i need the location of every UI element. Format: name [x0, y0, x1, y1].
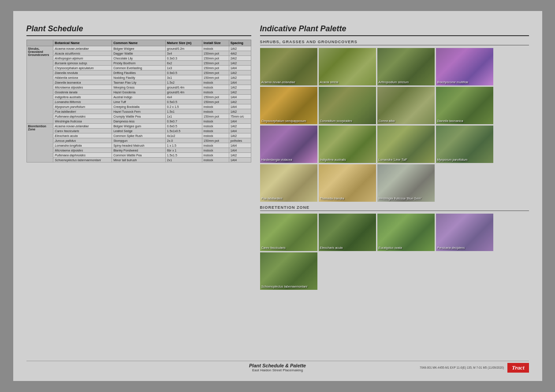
common-name: Minor tall bulrush — [112, 158, 166, 163]
plant-botanical-label: Chrysocephalum semipapposum — [261, 119, 306, 123]
plant-grid: Carex fascicularisEleocharis acutaEucaly… — [260, 214, 529, 290]
zone-section: BIORETENTION ZONECarex fascicularisEleoc… — [260, 205, 529, 290]
common-name: Common Spike Rush — [112, 133, 166, 138]
col-spacing: Spacing — [229, 40, 251, 46]
botanical-name: Juncus pallidus — [53, 138, 112, 143]
spacing: 1At2 — [229, 109, 251, 114]
spacing: 4At2 — [229, 51, 251, 56]
botanical-name: Poa labillardieri — [53, 109, 112, 114]
botanical-name: Dianella revoluta — [53, 70, 112, 75]
botanical-name: Chrysocephalum apiculatum — [53, 66, 112, 70]
common-name: Spiny-headed Matrush — [112, 143, 166, 148]
install-size: 150mm pot — [202, 138, 229, 143]
common-name: Hazel Tussock Fern — [112, 109, 166, 114]
plant-botanical-label: Lomandra 'Lime Tuff' — [379, 158, 407, 162]
zone-section: SHRUBS, GRASSES AND GROUNDCOVERSAcaena n… — [260, 40, 529, 202]
col-common: Common Name — [112, 40, 166, 46]
plant-card: Persicaria decipiens — [436, 214, 493, 251]
common-name: Bidgee Widgee — [112, 46, 166, 51]
common-name: Creeping Boobialla — [112, 104, 166, 109]
common-name: Blanky Pondweed — [112, 148, 166, 153]
plant-card: Brachyscome multifida — [436, 48, 493, 85]
install-size: instock — [202, 124, 229, 129]
footer-main-title: Plant Schedule & Palette — [249, 363, 306, 368]
plant-card: Indigofera australis — [319, 126, 376, 163]
plant-image: Poa labillardieri — [260, 164, 317, 202]
plant-card: Eleocharis acuta — [319, 214, 376, 251]
botanical-name: Pultenaea daphnoides — [53, 114, 112, 119]
plant-card: Correa alba — [377, 87, 435, 124]
spacing: 1At2 — [229, 90, 251, 95]
table-row: Microlaena stipoidesWeeping Grassground/… — [26, 85, 251, 90]
mature-size: 1x3 — [165, 66, 202, 70]
plant-image: Carex fascicularis — [260, 214, 317, 251]
plant-card: Chrysocephalum semipapposum — [260, 87, 317, 124]
spacing: 1At2 — [229, 75, 251, 80]
footer-center: Plant Schedule & Palette East Haidon Str… — [249, 363, 306, 372]
plant-card: Themeda triandra — [319, 164, 376, 202]
botanical-name: Acacia siculiformis — [53, 51, 112, 56]
botanical-name: Microlaena stipoides — [53, 85, 112, 90]
install-size: 150mm pot — [202, 56, 229, 61]
plant-botanical-label: Poa labillardieri — [261, 197, 283, 200]
table-row: Goodenia lanataHazel Goodeniaground/0.4m… — [26, 90, 251, 95]
mature-size: 0.6x0.5 — [165, 124, 202, 129]
botanical-name: Microlaena stipoides — [53, 148, 112, 153]
plant-card: Schoenoplectus tabernaemontani — [260, 252, 317, 290]
spacing: 1At2 — [229, 46, 251, 51]
plant-card: Arthropodium strictum — [377, 48, 435, 85]
col-category — [26, 40, 53, 46]
plant-botanical-label: Arthropodium strictum — [379, 81, 409, 84]
botanical-name: Pultenaea daphnoides — [53, 153, 112, 158]
botanical-name: Myoporum parvifolium — [53, 104, 112, 109]
mature-size: 6br x 1 — [165, 148, 202, 153]
mature-size: 3x4 — [165, 51, 202, 56]
plant-botanical-label: Hardenbergia violacea — [261, 158, 292, 162]
plant-card: Westringia fruticosa 'Blue Gem' — [377, 164, 435, 202]
mature-size: 1.5x1x0.5 — [165, 129, 202, 133]
mature-size: 0.2 x 1.5 — [165, 104, 202, 109]
plant-image: Westringia fruticosa 'Blue Gem' — [377, 164, 435, 202]
spacing: 1At2 — [229, 61, 251, 66]
mature-size: 6x2 — [165, 61, 202, 66]
spacing: 1At2 — [229, 100, 251, 104]
spacing: 1At2 — [229, 124, 251, 129]
plant-image: Coronidium scorpioides — [319, 87, 376, 124]
botanical-name: Eleocharis acuta — [53, 133, 112, 138]
table-row: Indigofera australisAustral Indigo4x4150… — [26, 95, 251, 100]
palette-title: Indicative Plant Palette — [260, 24, 529, 36]
category-cell: Shrubs, Grassland Groundcovers — [26, 46, 53, 124]
right-panel: Indicative Plant Palette SHRUBS, GRASSES… — [260, 24, 529, 358]
table-row: Carex fascicularisLeafed Sedge1.5x1x0.5i… — [26, 129, 251, 133]
spacing: 1At4 — [229, 129, 251, 133]
spacing: 1At2 — [229, 133, 251, 138]
table-row: Lomandra longifoliaSpiny-headed Matrush1… — [26, 143, 251, 148]
common-name: Weeping Grass — [112, 85, 166, 90]
col-mature: Mature Size (m) — [165, 40, 202, 46]
col-botanical: Botanical Name — [53, 40, 112, 46]
common-name: Dagger Wattle — [112, 51, 166, 56]
common-name: Drifting Flaxlilies — [112, 70, 166, 75]
footer: Plant Schedule & Palette East Haidon Str… — [26, 361, 529, 372]
spacing: 1At2 — [229, 85, 251, 90]
botanical-name: Anthopogon alpinum — [53, 56, 112, 61]
spacing: 1At4 — [229, 158, 251, 163]
spacing: 1At4 — [229, 80, 251, 85]
common-name: Crumply Wattle Pea — [112, 114, 166, 119]
install-size: 150mm pot — [202, 95, 229, 100]
plant-card: Myoporum parvifolium — [436, 126, 493, 163]
mature-size: 0.9x0.5 — [165, 70, 202, 75]
botanical-name: Dianella tasmanica — [53, 80, 112, 85]
plant-image: Brachyscome multifida — [436, 48, 493, 85]
plant-botanical-label: Schoenoplectus tabernaemontani — [261, 285, 307, 288]
left-panel: Plant Schedule Botanical Name Common Nam… — [26, 24, 251, 358]
install-size: instock — [202, 80, 229, 85]
spacing: potholes — [229, 138, 251, 143]
install-size: 150mm pot — [202, 51, 229, 56]
plant-botanical-label: Brachyscome multifida — [437, 81, 468, 84]
table-row: Poa labillardieriHazel Tussock Fern1.5x1… — [26, 109, 251, 114]
install-size: 150mm pot — [202, 100, 229, 104]
spacing: 1At4 — [229, 143, 251, 148]
footer-right: 7048-001 MK-4455-M1 EXP 11-0(E) 135, M 7… — [420, 363, 529, 373]
mature-size: 0.3x0.3 — [165, 56, 202, 61]
